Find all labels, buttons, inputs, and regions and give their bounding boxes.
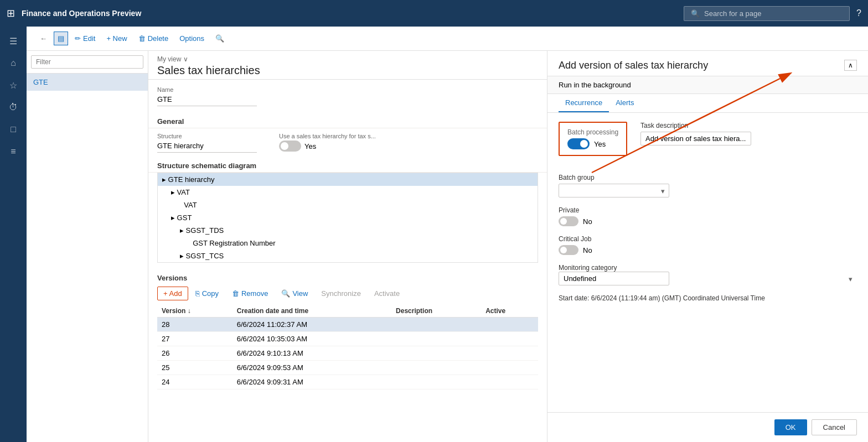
cell-active [481,346,538,361]
tab-alerts[interactable]: Alerts [609,94,640,112]
critical-job-value: No [583,246,592,254]
tree-item-gst[interactable]: ▸ GST [158,211,538,224]
cell-version: 25 [157,361,232,375]
side-panel-title: Add version of sales tax hierarchy [559,60,844,71]
options-button[interactable]: Options [175,32,209,45]
use-hierarchy-field: Use a sales tax hierarchy for tax s... Y… [279,133,376,153]
structure-row: Structure GTE hierarchy Use a sales tax … [148,128,547,157]
run-in-background-label: Run in the background [559,81,631,89]
batch-group-label: Batch group [559,174,669,181]
cell-active [481,318,538,332]
cell-active [481,361,538,375]
col-description: Description [391,305,481,318]
versions-section: Versions + Add ⎘ Copy 🗑 Remove 🔍 [148,267,547,394]
batch-processing-value: Yes [594,140,606,148]
cell-version: 24 [157,375,232,389]
private-toggle-row: No [559,216,857,226]
monitoring-category-label: Monitoring category [559,264,857,272]
remove-button[interactable]: 🗑 Remove [226,287,274,300]
table-row[interactable]: 25 6/6/2024 9:09:53 AM [157,361,538,375]
search-bar[interactable]: 🔍 Search for a page [684,6,850,21]
cell-version: 28 [157,318,232,332]
monitoring-category-select[interactable]: Undefined [559,272,669,285]
sidebar-icon-modules[interactable]: ≡ [2,142,24,162]
sidebar-icon-recent[interactable]: ⏱ [2,97,24,117]
collapse-button[interactable]: ∧ [844,60,857,71]
sidebar-icon-home[interactable]: ⌂ [2,53,24,73]
batch-toggle-row: Yes [567,138,618,149]
private-label: Private [559,206,857,214]
use-hierarchy-toggle-switch[interactable] [279,141,301,152]
tree-item-vat-leaf[interactable]: VAT [158,199,538,211]
cell-date: 6/6/2024 9:09:31 AM [232,375,391,389]
use-hierarchy-value: Yes [304,142,316,150]
use-hierarchy-toggle[interactable]: Yes [279,141,376,152]
delete-icon: 🗑 [138,34,146,43]
tree-item-gte-hierarchy[interactable]: ▸ GTE hierarchy [158,173,538,186]
versions-toolbar: + Add ⎘ Copy 🗑 Remove 🔍 View [157,287,538,300]
back-button[interactable]: ← [35,32,51,45]
cell-description [391,332,481,346]
my-view[interactable]: My view ∨ [157,55,538,63]
batch-toggle-thumb [580,140,588,148]
delete-button[interactable]: 🗑 Delete [134,32,173,45]
edit-button[interactable]: ✏ Edit [70,32,100,45]
sidebar-icon-favorites[interactable]: ☆ [2,75,24,95]
sidebar-icon-workspaces[interactable]: □ [2,119,24,139]
batch-processing-toggle[interactable] [567,138,590,149]
help-icon[interactable]: ? [856,8,861,18]
sidebar-icon-menu[interactable]: ☰ [2,31,24,51]
search-button[interactable]: 🔍 [211,32,229,45]
monitoring-category-section: Monitoring category Undefined [559,264,857,285]
versions-table: Version ↓ Creation date and time Descrip… [157,305,538,389]
table-row[interactable]: 27 6/6/2024 10:35:03 AM [157,332,538,346]
new-button[interactable]: + New [102,32,131,45]
start-date: Start date: 6/6/2024 (11:19:44 am) (GMT)… [559,294,857,302]
batch-group-field: Batch group [559,174,669,197]
cell-date: 6/6/2024 11:02:37 AM [232,318,391,332]
main-panel: My view ∨ Sales tax hierarchies Name GTE… [148,51,547,442]
versions-header: Versions [157,272,538,287]
table-row[interactable]: 26 6/6/2024 9:10:13 AM [157,346,538,361]
cell-date: 6/6/2024 10:35:03 AM [232,332,391,346]
grid-icon[interactable]: ⊞ [7,7,15,19]
form-view-button[interactable]: ▤ [54,32,68,45]
trash-icon: 🗑 [232,289,239,298]
batch-processing-box: Batch processing Yes [559,122,627,156]
top-nav: ⊞ Finance and Operations Preview 🔍 Searc… [0,0,868,27]
critical-job-toggle[interactable] [559,245,578,255]
copy-button[interactable]: ⎘ Copy [189,287,225,300]
tree-item-sgst-tcs[interactable]: ▸ SGST_TCS [158,249,538,262]
private-value: No [583,217,592,226]
tree-item-gst-reg[interactable]: GST Registration Number [158,237,538,249]
list-item-gte[interactable]: GTE [27,74,148,91]
table-row[interactable]: 28 6/6/2024 11:02:37 AM [157,318,538,332]
activate-button[interactable]: Activate [368,287,406,300]
tree-item-vat-parent[interactable]: ▸ VAT [158,186,538,199]
tab-recurrence[interactable]: Recurrence [559,94,609,112]
name-value: GTE [157,94,257,106]
form-icon: ▤ [58,34,64,43]
cell-active [481,375,538,389]
table-row[interactable]: 24 6/6/2024 9:09:31 AM [157,375,538,389]
view-button[interactable]: 🔍 View [275,287,314,300]
tree-item-sgst-tds[interactable]: ▸ SGST_TDS [158,224,538,237]
filter-input[interactable] [31,55,143,69]
cell-date: 6/6/2024 9:10:13 AM [232,346,391,361]
cancel-button[interactable]: Cancel [812,419,857,435]
structure-value: GTE hierarchy [157,141,257,153]
ok-button[interactable]: OK [774,419,807,435]
private-toggle[interactable] [559,216,578,226]
cell-description [391,361,481,375]
structure-diagram-header: Structure schematic diagram [148,157,547,173]
tree-container: ▸ GTE hierarchy ▸ VAT VAT ▸ GST ▸ SGST_T… [157,173,538,263]
tree-section: ▸ GTE hierarchy ▸ VAT VAT ▸ GST ▸ SGST_T… [148,173,547,267]
synchronize-button[interactable]: Synchronize [315,287,367,300]
cell-description [391,318,481,332]
batch-group-select[interactable] [559,184,669,197]
task-description-input[interactable] [640,132,751,145]
edit-icon: ✏ [75,34,81,43]
add-button[interactable]: + Add [157,287,188,300]
critical-job-toggle-row: No [559,245,857,255]
structure-label: Structure [157,133,257,139]
